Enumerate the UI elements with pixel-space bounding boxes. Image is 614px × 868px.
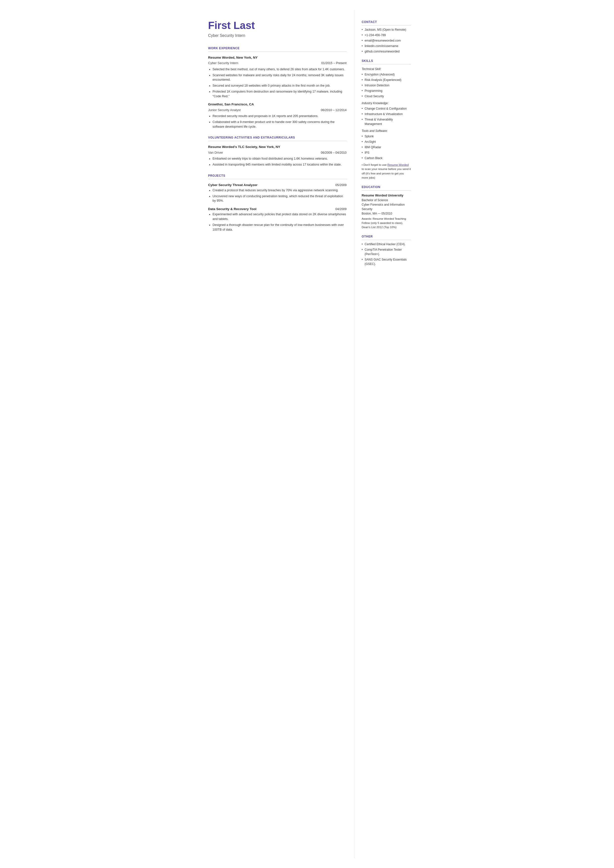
tool-item: IPS [362,151,411,155]
list-item: Embarked on weekly trips to obtain food … [208,156,347,161]
vol-1-company: Resume Worded's TLC Society, New York, N… [208,144,281,149]
edu-awards: Awards: Resume Worded Teaching Fellow (o… [362,217,411,230]
right-column: CONTACT Jackson, MS (Open to Remote) +1-… [354,10,419,858]
project-1-date: 05/2009 [335,183,346,188]
list-item: Protected 1K computers from destruction … [208,89,347,99]
project-1-name: Cyber Security Threat Analyzer [208,183,258,188]
project-2-bullets: Experimented with advanced security poli… [208,212,347,232]
education-heading: EDUCATION [362,185,411,191]
sidebar-promo-note: • Don't forget to use Resume Worded to s… [362,163,411,180]
resume-worded-link[interactable]: Resume Worded [388,163,409,166]
edu-degree: Bachelor of Science [362,198,411,202]
list-item: Experimented with advanced security poli… [208,212,347,222]
job-2-header: Growthsi, San Francisco, CA [208,102,347,107]
job-1-company: Resume Worded, New York, NY [208,55,258,60]
contact-item: email@resumeworded.com [362,38,411,43]
list-item: Uncovered new ways of conducting penetra… [208,194,347,203]
left-column: First Last Cyber Security Intern WORK EX… [196,10,354,858]
skill-item: Encryption (Advanced) [362,72,411,77]
project-1-header: Cyber Security Threat Analyzer 05/2009 [208,183,347,188]
list-item: Recorded security results and proposals … [208,114,347,118]
list-item: Assisted in transporting 945 members wit… [208,162,347,167]
vol-1-date: 06/2009 – 04/2010 [321,151,346,155]
job-2-role-row: Junior Security Analyst 06/2010 – 12/201… [208,108,347,114]
job-1-role-row: Cyber Security Intern 01/2015 – Present [208,61,347,67]
technical-skill-label: Technical Skill: [362,67,411,71]
other-heading: OTHER [362,234,411,240]
technical-skill-list: Encryption (Advanced) Risk Analysis (Exp… [362,72,411,98]
vol-1-header: Resume Worded's TLC Society, New York, N… [208,144,347,149]
job-1-date: 01/2015 – Present [321,61,346,65]
volunteering-heading: VOLUNTEERING ACTIVITIES AND EXTRACURRICU… [208,135,347,141]
vol-1-role: Van Driver [208,150,223,155]
contact-item: github.com/resumeworded [362,49,411,54]
skill-item: Intrusion Detection [362,83,411,88]
list-item: Selected the best method, out of many ot… [208,67,347,72]
job-2-bullets: Recorded security results and proposals … [208,114,347,129]
vol-1-bullets: Embarked on weekly trips to obtain food … [208,156,347,167]
industry-item: Change Control & Configuration [362,106,411,111]
other-item: SANS GIAC Security Essentials (GSEC). [362,257,411,266]
edu-school: Resume Worded University [362,193,411,198]
job-1-header: Resume Worded, New York, NY [208,55,347,60]
contact-item: Jackson, MS (Open to Remote) [362,28,411,32]
skill-item: Risk Analysis (Experienced) [362,78,411,82]
work-experience-heading: WORK EXPERIENCE [208,46,347,52]
edu-location: Boston, MA — 05/2010 [362,211,411,216]
contact-list: Jackson, MS (Open to Remote) +1-234-456-… [362,28,411,54]
job-2-role: Junior Security Analyst [208,108,241,113]
list-item: Collaborated with a 9-member product uni… [208,120,347,129]
job-2-date: 06/2010 – 12/2014 [321,108,346,113]
project-2-header: Data Security & Recovery Tool 04/2009 [208,207,347,211]
skills-heading: SKILLS [362,59,411,64]
job-1-role: Cyber Security Intern [208,61,239,65]
tools-list: Splunk ArcSight IBM QRadar IPS Carbon Bl… [362,134,411,160]
contact-item: linkedin.com/in/username [362,44,411,48]
tool-item: ArcSight [362,140,411,144]
list-item: Secured and surveyed 18 websites with 0 … [208,83,347,88]
list-item: Scanned websites for malware and securit… [208,73,347,82]
skill-item: Cloud Security [362,94,411,98]
candidate-title: Cyber Security Intern [208,33,347,39]
list-item: Created a protocol that reduces security… [208,188,347,193]
tool-item: IBM QRadar [362,145,411,149]
edu-field: Cyber Forensics and Information Security [362,202,411,211]
project-2-date: 04/2009 [335,207,346,211]
industry-item: Threat & Vulnerability Management [362,117,411,126]
candidate-name: First Last [208,20,347,31]
industry-knowledge-label: Industry Knowledge: [362,101,411,106]
job-1-bullets: Selected the best method, out of many ot… [208,67,347,99]
project-1-bullets: Created a protocol that reduces security… [208,188,347,203]
skill-item: Programming [362,89,411,93]
industry-knowledge-list: Change Control & Configuration Infrastru… [362,106,411,126]
other-item: CompTIA Penetration Tester (PenTest+). [362,247,411,256]
tools-label: Tools and Software: [362,129,411,133]
industry-item: Infrastructure & Virtualization [362,112,411,116]
resume-page: First Last Cyber Security Intern WORK EX… [196,0,419,868]
tool-item: Splunk [362,134,411,138]
vol-1-role-row: Van Driver 06/2009 – 04/2010 [208,150,347,157]
contact-item: +1-234-456-789 [362,33,411,37]
project-2-name: Data Security & Recovery Tool [208,207,257,211]
contact-heading: CONTACT [362,20,411,25]
other-item: Certified Ethical Hacker (CEH). [362,242,411,247]
list-item: Designed a thorough disaster rescue plan… [208,223,347,232]
projects-heading: PROJECTS [208,174,347,179]
tool-item: Carbon Black [362,156,411,160]
job-2-company: Growthsi, San Francisco, CA [208,102,254,107]
other-list: Certified Ethical Hacker (CEH). CompTIA … [362,242,411,266]
